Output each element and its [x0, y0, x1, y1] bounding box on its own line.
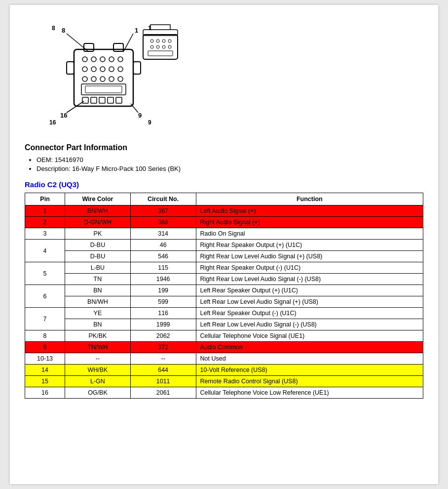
- table-row-function: Radio On Signal: [196, 228, 423, 240]
- table-row-function: Cellular Telephone Voice Signal (UE1): [196, 330, 423, 342]
- col-function: Function: [196, 193, 423, 205]
- table-row-function: Cellular Telephone Voice Low Reference (…: [196, 387, 423, 399]
- table-row-circuit: 199: [130, 285, 196, 296]
- table-row-wire: D-BU: [65, 251, 131, 262]
- table-row-function: Left Rear Speaker Output (-) (U1C): [196, 308, 423, 319]
- svg-point-40: [168, 40, 171, 42]
- table-row-function: Right Audio Signal (+): [196, 217, 423, 228]
- table-row-function: Not Used: [196, 353, 423, 365]
- svg-rect-31: [91, 97, 97, 103]
- svg-text:8: 8: [62, 27, 65, 34]
- table-row-circuit: 368: [130, 217, 196, 228]
- table-row-pin: 15: [25, 376, 65, 387]
- description-item: Description: 16-Way F Micro-Pack 100 Ser…: [37, 165, 423, 172]
- svg-point-43: [162, 45, 165, 48]
- connector-info: Connector Part Information OEM: 15416970…: [25, 143, 423, 172]
- table-row-circuit: 1946: [130, 274, 196, 285]
- col-pin: Pin: [25, 193, 65, 205]
- table-row-wire: BN/WH: [65, 296, 131, 308]
- table-row-pin: 2: [25, 217, 65, 228]
- oem-item: OEM: 15416970: [37, 156, 423, 163]
- svg-point-22: [118, 67, 123, 72]
- svg-point-13: [82, 57, 87, 62]
- table-row-pin: 8: [25, 330, 65, 342]
- page-container: 8 1 16 9 8 1 16 9: [10, 5, 438, 484]
- label-16: 16: [49, 119, 56, 126]
- label-8: 8: [52, 25, 55, 32]
- svg-point-25: [100, 77, 105, 82]
- svg-point-44: [168, 45, 171, 48]
- diagram-area: 8 1 16 9 8 1 16 9: [25, 15, 423, 133]
- table-row-wire: D-BU: [65, 240, 131, 251]
- table-row-circuit: 546: [130, 251, 196, 262]
- table-row-circuit: 2061: [130, 387, 196, 399]
- svg-rect-33: [108, 97, 113, 103]
- table-row-function: Left Rear Speaker Output (+) (U1C): [196, 285, 423, 296]
- table-row-circuit: 599: [130, 296, 196, 308]
- svg-point-27: [118, 77, 123, 82]
- table-row-function: Right Rear Speaker Output (-) (U1C): [196, 262, 423, 274]
- table-row-wire: OG/BK: [65, 387, 131, 399]
- svg-text:9: 9: [138, 112, 142, 119]
- table-row-wire: L-BU: [65, 262, 131, 274]
- col-circuit: Circuit No.: [130, 193, 196, 205]
- table-row-circuit: 314: [130, 228, 196, 240]
- svg-point-26: [109, 77, 114, 82]
- table-row-circuit: 372: [130, 342, 196, 353]
- svg-rect-9: [84, 43, 94, 51]
- table-row-function: Left Rear Low Level Audio Signal (-) (US…: [196, 319, 423, 330]
- table-row-circuit: 46: [130, 240, 196, 251]
- table-row-pin: 14: [25, 365, 65, 376]
- table-row-function: Left Audio Signal (+): [196, 205, 423, 217]
- table-row-circuit: 116: [130, 308, 196, 319]
- table-row-pin: 10-13: [25, 353, 65, 365]
- table-row-circuit: 367: [130, 205, 196, 217]
- table-row-function: Right Rear Speaker Output (+) (U1C): [196, 240, 423, 251]
- table-row-wire: TN/WH: [65, 342, 131, 353]
- connector-info-heading: Connector Part Information: [25, 143, 423, 152]
- radio-section-title: Radio C2 (UQ3): [25, 180, 423, 189]
- table-row-wire: YE: [65, 308, 131, 319]
- table-row-pin: 7: [25, 308, 65, 330]
- svg-rect-32: [99, 97, 105, 103]
- svg-text:16: 16: [60, 112, 67, 119]
- table-row-pin: 4: [25, 240, 65, 262]
- table-row-function: Right Rear Low Level Audio Signal (+) (U…: [196, 251, 423, 262]
- table-row-wire: D-GN/WH: [65, 217, 131, 228]
- table-row-circuit: 644: [130, 365, 196, 376]
- svg-point-38: [156, 40, 159, 42]
- svg-point-15: [100, 57, 105, 62]
- table-row-circuit: 115: [130, 262, 196, 274]
- svg-point-24: [91, 77, 96, 82]
- table-row-pin: 16: [25, 387, 65, 399]
- table-row-pin: 9: [25, 342, 65, 353]
- table-row-wire: --: [65, 353, 131, 365]
- svg-line-2: [67, 101, 84, 113]
- connector-diagram: 8 1 16 9 8 1 16 9: [25, 20, 192, 133]
- table-row-pin: 1: [25, 205, 65, 217]
- table-row-function: 10-Volt Reference (US8): [196, 365, 423, 376]
- svg-rect-10: [113, 43, 123, 51]
- svg-point-16: [109, 57, 114, 62]
- table-row-wire: PK: [65, 228, 131, 240]
- pin-table: Pin Wire Color Circuit No. Function 1BN/…: [25, 193, 423, 399]
- table-row-pin: 6: [25, 285, 65, 308]
- svg-point-18: [82, 67, 87, 72]
- svg-point-42: [156, 45, 159, 48]
- table-row-wire: WH/BK: [65, 365, 131, 376]
- table-row-pin: 5: [25, 262, 65, 285]
- svg-rect-28: [81, 84, 126, 95]
- table-row-wire: TN: [65, 274, 131, 285]
- svg-rect-29: [85, 86, 122, 93]
- table-row-function: Right Rear Low Level Audio Signal (-) (U…: [196, 274, 423, 285]
- table-row-pin: 3: [25, 228, 65, 240]
- table-row-circuit: 1999: [130, 319, 196, 330]
- svg-point-20: [100, 67, 105, 72]
- table-row-wire: BN/WH: [65, 205, 131, 217]
- svg-rect-34: [116, 97, 122, 103]
- small-connector-svg: [133, 22, 187, 67]
- svg-point-19: [91, 67, 96, 72]
- svg-point-17: [118, 57, 123, 62]
- svg-point-39: [162, 40, 165, 42]
- svg-rect-45: [148, 51, 173, 56]
